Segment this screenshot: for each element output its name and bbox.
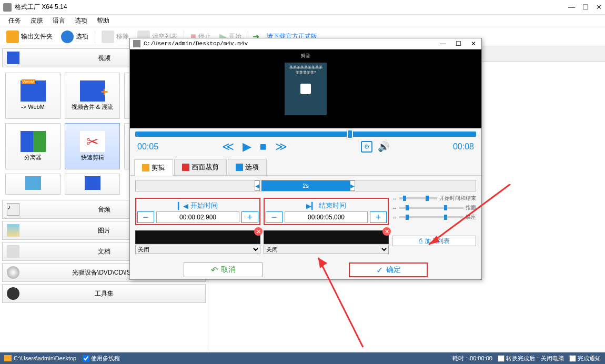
slider-c[interactable] [399, 216, 463, 218]
maximize-button[interactable]: ☐ [582, 3, 589, 11]
conv-quickcut[interactable]: 快速剪辑 [65, 123, 120, 169]
end-minus-button[interactable]: − [266, 211, 283, 223]
timeline-segment[interactable]: 2s [261, 180, 350, 191]
end-marker-icon: ▶▎ [306, 202, 317, 210]
elapsed-label: 耗时：00:00:00 [452, 355, 492, 362]
slider-b[interactable] [399, 207, 463, 209]
next-button[interactable]: ≫ [275, 140, 287, 154]
dialog-maximize[interactable]: ☐ [453, 40, 463, 47]
dialog-titlebar: C:/Users/admin/Desktop/m4v.m4v — ☐ ✕ [130, 38, 481, 49]
thumb-2-img[interactable] [264, 230, 389, 244]
conv-more1[interactable] [5, 174, 60, 195]
conv-webm[interactable]: -> WebM [5, 73, 60, 119]
tab-crop[interactable]: 画面裁剪 [174, 159, 227, 175]
timeline-handle-left[interactable]: ◀ [255, 180, 260, 191]
remove-button[interactable]: 移除 [99, 29, 131, 44]
volume-icon[interactable]: 🔊 [378, 141, 389, 153]
folder-icon [4, 355, 12, 361]
merge-label: 视频合并 & 混流 [72, 104, 113, 110]
ok-button[interactable]: ✓ 确定 [349, 262, 428, 277]
thumb-1: ✕ 关闭 [135, 230, 260, 254]
thumb-2-select[interactable]: 关闭 [264, 245, 389, 254]
edit-tab-icon [142, 164, 149, 171]
notify-checkbox[interactable]: 完成通知 [569, 355, 601, 362]
add-list-label: 加入列表 [425, 237, 450, 246]
disc-category-icon [7, 266, 19, 279]
start-time-label: 开始时间 [190, 201, 218, 210]
end-time-input[interactable] [285, 211, 368, 223]
output-path[interactable]: C:\Users\admin\Desktop [4, 355, 76, 361]
conv-splitter[interactable]: 分离器 [5, 123, 60, 169]
cancel-button[interactable]: ↶ 取消 [184, 262, 263, 277]
start-marker-icon: ▎◀ [178, 202, 188, 210]
menu-lang[interactable]: 语言 [48, 15, 69, 26]
close-button[interactable]: ✕ [596, 3, 602, 11]
prev-button[interactable]: ≪ [222, 140, 234, 154]
tools-category-label: 工具集 [95, 289, 114, 298]
add-to-list-button[interactable]: ⎙ 加入列表 [392, 236, 476, 246]
timeline-track[interactable]: ◀ 2s ▶ [135, 180, 476, 191]
menu-bar: 任务 皮肤 语言 选项 帮助 [0, 15, 605, 27]
stop-button[interactable]: ■ [260, 140, 267, 154]
path-text: C:\Users\admin\Desktop [14, 355, 76, 361]
tab-options[interactable]: 选项 [228, 159, 267, 175]
output-folder-button[interactable]: 输出文件夹 [4, 29, 55, 44]
thumb-1-close[interactable]: ✕ [254, 227, 263, 236]
dialog-minimize[interactable]: — [438, 40, 448, 47]
video-category-label: 视频 [98, 54, 110, 63]
conv-merge[interactable]: 视频合并 & 混流 [65, 73, 120, 119]
category-tools[interactable]: 工具集 [2, 284, 206, 303]
video-preview[interactable]: 抖音 某某某某某某某某某某某某某某? [130, 49, 481, 128]
thumb-1-img[interactable] [135, 230, 260, 244]
main-titlebar: 格式工厂 X64 5.14 — ☐ ✕ [0, 0, 605, 15]
seek-thumb[interactable] [347, 129, 353, 139]
minimize-button[interactable]: — [568, 3, 575, 11]
video-watermark: 抖音 某某某某某某某某某某某某某某? [289, 53, 322, 75]
remove-label: 移除 [116, 32, 129, 41]
quickcut-label: 快速剪辑 [81, 154, 104, 161]
tab-options-label: 选项 [245, 163, 259, 172]
slider-a[interactable] [399, 197, 437, 199]
clip-dialog: C:/Users/admin/Desktop/m4v.m4v — ☐ ✕ 抖音 … [129, 38, 482, 280]
slider-c-icon: ↔ [392, 215, 397, 220]
ok-label: 确定 [386, 265, 401, 275]
audio-category-icon: ♪ [7, 203, 19, 216]
folder-icon [6, 31, 19, 43]
dialog-icon [133, 40, 140, 47]
menu-help[interactable]: 帮助 [93, 15, 114, 26]
menu-option[interactable]: 选项 [70, 15, 92, 26]
more-icon [25, 176, 41, 190]
document-category-icon [7, 245, 19, 258]
options-button[interactable]: 选项 [59, 29, 90, 44]
thumb-2-close[interactable]: ✕ [382, 227, 391, 236]
start-time-input[interactable] [156, 211, 239, 223]
video-category-icon [7, 52, 19, 64]
timeline-handle-right[interactable]: ▶ [350, 180, 355, 191]
dialog-close[interactable]: ✕ [469, 40, 478, 47]
splitter-label: 分离器 [24, 154, 42, 161]
seek-bar[interactable] [135, 132, 476, 137]
tools-category-icon [7, 287, 19, 300]
conv-more2[interactable] [65, 174, 120, 195]
end-time-box: ▶▎ 结束时间 − + [264, 198, 389, 225]
cancel-label: 取消 [221, 265, 236, 275]
add-icon: ⎙ [419, 237, 422, 245]
end-plus-button[interactable]: + [370, 211, 387, 223]
slider-b-icon: ↔ [392, 205, 397, 211]
tab-edit-label: 剪辑 [152, 163, 165, 173]
multithread-checkbox[interactable]: 使用多线程 [83, 355, 120, 362]
settings-icon[interactable]: ⚙ [361, 141, 372, 153]
end-time-label: 结束时间 [319, 201, 346, 210]
start-minus-button[interactable]: − [137, 211, 154, 223]
play-button[interactable]: ▶ [243, 140, 251, 154]
menu-skin[interactable]: 皮肤 [26, 15, 47, 26]
tab-edit[interactable]: 剪辑 [134, 159, 173, 176]
separator [95, 31, 95, 43]
thumb-1-select[interactable]: 关闭 [135, 245, 260, 254]
disc-category-label: 光驱设备\DVD\CD\ISO [72, 268, 136, 277]
menu-task[interactable]: 任务 [4, 15, 25, 26]
start-plus-button[interactable]: + [241, 211, 258, 223]
dialog-title: C:/Users/admin/Desktop/m4v.m4v [144, 41, 438, 47]
output-folder-label: 输出文件夹 [21, 32, 53, 41]
shutdown-checkbox[interactable]: 转换完成后：关闭电脑 [498, 355, 564, 362]
